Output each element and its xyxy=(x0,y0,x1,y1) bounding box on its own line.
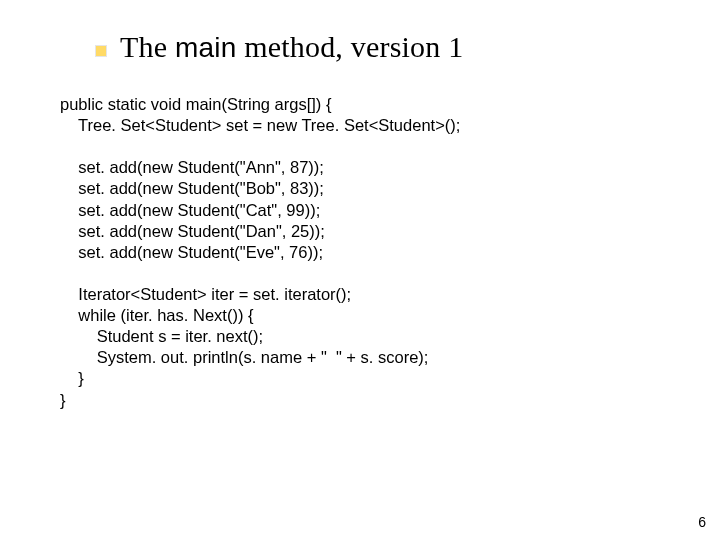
slide: The main method, version 1 public static… xyxy=(0,0,720,540)
title-accent-icon xyxy=(96,46,106,56)
title-keyword: main xyxy=(175,32,237,63)
code-line: set. add(new Student("Ann", 87)); xyxy=(60,158,324,176)
code-block: public static void main(String args[]) {… xyxy=(60,94,680,411)
code-line: } xyxy=(60,369,84,387)
page-number: 6 xyxy=(698,514,706,530)
code-line: set. add(new Student("Dan", 25)); xyxy=(60,222,325,240)
code-line: set. add(new Student("Eve", 76)); xyxy=(60,243,323,261)
code-line: Tree. Set<Student> set = new Tree. Set<S… xyxy=(60,116,460,134)
code-line: set. add(new Student("Bob", 83)); xyxy=(60,179,324,197)
slide-title: The main method, version 1 xyxy=(120,30,680,64)
code-line: } xyxy=(60,391,66,409)
title-suffix: method, version 1 xyxy=(236,30,463,63)
code-line: Iterator<Student> iter = set. iterator()… xyxy=(60,285,351,303)
code-line: System. out. println(s. name + " " + s. … xyxy=(60,348,428,366)
code-line: set. add(new Student("Cat", 99)); xyxy=(60,201,320,219)
title-prefix: The xyxy=(120,30,175,63)
code-line: while (iter. has. Next()) { xyxy=(60,306,253,324)
code-line: public static void main(String args[]) { xyxy=(60,95,331,113)
code-line: Student s = iter. next(); xyxy=(60,327,263,345)
